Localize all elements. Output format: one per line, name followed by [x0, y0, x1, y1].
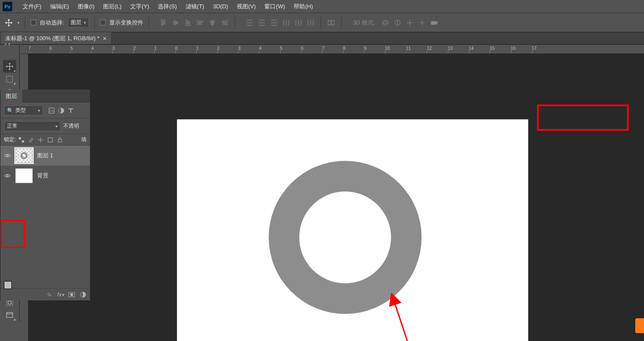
menu-window[interactable]: 窗口(W): [260, 0, 289, 13]
align-bottom-icon[interactable]: [183, 18, 193, 28]
layer-name[interactable]: 背景: [37, 172, 48, 180]
align-top-icon[interactable]: [159, 18, 168, 28]
ring-shape: [269, 161, 422, 314]
move-tool-icon[interactable]: [4, 18, 13, 27]
layer-fx-icon[interactable]: fx▾: [57, 291, 64, 298]
kind-filter-dropdown[interactable]: 🔍类型 ▾: [4, 105, 43, 115]
svg-rect-5: [431, 21, 436, 24]
layer-name[interactable]: 图层 1: [37, 152, 53, 160]
auto-align-icon[interactable]: [326, 18, 336, 28]
link-layers-icon[interactable]: [46, 291, 53, 298]
screen-mode-tool[interactable]: [3, 309, 16, 321]
show-transform-label: 显示变换控件: [109, 19, 143, 27]
lock-artboard-icon[interactable]: [47, 137, 53, 143]
svg-rect-13: [49, 108, 54, 113]
app-logo: Ps: [3, 2, 12, 11]
camera-icon[interactable]: [430, 19, 438, 27]
layer-mask-icon[interactable]: [68, 291, 75, 298]
lock-row: 锁定: 填: [0, 134, 90, 146]
filter-icons: [48, 108, 74, 114]
chevron-down-icon[interactable]: ▾: [17, 21, 20, 25]
chevron-down-icon: ▾: [38, 108, 40, 113]
panel-tabs: 图层: [0, 90, 90, 103]
svg-rect-1: [332, 21, 334, 25]
close-tab-icon[interactable]: ×: [103, 35, 106, 42]
roll-icon[interactable]: [394, 19, 402, 27]
blend-mode-value: 正常: [7, 122, 17, 130]
lock-pixel-icon[interactable]: [28, 137, 34, 143]
slide-icon[interactable]: [418, 19, 426, 27]
menu-help[interactable]: 帮助(H): [289, 0, 317, 13]
marquee-tool[interactable]: [3, 73, 16, 85]
svg-point-2: [383, 20, 388, 25]
layer-thumb[interactable]: [15, 168, 33, 183]
layers-tab[interactable]: 图层: [0, 90, 22, 103]
menu-bar: Ps 文件(F) 编辑(E) 图像(I) 图层(L) 文字(Y) 选择(S) 滤…: [0, 0, 644, 13]
visibility-toggle[interactable]: [4, 152, 11, 159]
document-canvas[interactable]: [177, 119, 528, 341]
menu-type[interactable]: 文字(Y): [126, 0, 153, 13]
distribute-bottom-icon[interactable]: [269, 18, 279, 28]
distribute-hcenter-icon[interactable]: [294, 18, 303, 28]
notification-badge[interactable]: [635, 318, 644, 333]
divider: [341, 17, 342, 29]
filter-type-icon[interactable]: [68, 108, 74, 114]
svg-rect-0: [328, 21, 331, 25]
move-tool[interactable]: [3, 60, 16, 73]
document-tab[interactable]: 未标题-1 @ 100% (图层 1, RGB/8#) * ×: [1, 32, 111, 44]
align-group-1: [159, 18, 229, 28]
distribute-vcenter-icon[interactable]: [257, 18, 267, 28]
svg-rect-18: [58, 139, 62, 142]
auto-select-dropdown[interactable]: 图层 ▾: [68, 17, 89, 28]
svg-point-22: [70, 293, 73, 296]
adjustment-layer-icon[interactable]: [80, 291, 87, 298]
svg-point-20: [7, 175, 8, 177]
search-icon: 🔍: [7, 108, 14, 114]
menu-filter[interactable]: 滤镜(T): [181, 0, 209, 13]
visibility-toggle[interactable]: [4, 172, 11, 179]
lock-pos-icon[interactable]: [38, 137, 44, 143]
filter-adjust-icon[interactable]: [58, 108, 64, 114]
divider: [149, 17, 149, 29]
menu-file[interactable]: 文件(F): [18, 0, 46, 13]
layer-item-1[interactable]: 图层 1: [0, 146, 90, 166]
blend-row: 正常 ▾ 不透明: [0, 118, 90, 134]
canvas-area: 765432101234567891011121314151617: [20, 45, 644, 341]
svg-point-10: [8, 301, 11, 304]
svg-rect-16: [22, 140, 24, 143]
pan-icon[interactable]: [406, 19, 414, 27]
layers-panel-footer: fx▾: [0, 288, 90, 300]
horizontal-ruler[interactable]: 765432101234567891011121314151617: [28, 45, 644, 54]
lock-all-icon[interactable]: [57, 137, 63, 143]
menu-edit[interactable]: 编辑(E): [46, 0, 73, 13]
layer-thumb[interactable]: [15, 148, 33, 163]
menu-layer[interactable]: 图层(L): [99, 0, 126, 13]
svg-rect-15: [19, 137, 21, 139]
lock-label: 锁定:: [4, 136, 16, 143]
show-transform-checkbox[interactable]: [100, 20, 106, 25]
align-right-icon[interactable]: [220, 18, 229, 28]
auto-select-value: 图层: [71, 19, 81, 26]
blend-mode-dropdown[interactable]: 正常 ▾: [4, 121, 61, 131]
foreground-color[interactable]: [4, 281, 12, 289]
distribute-right-icon[interactable]: [306, 18, 315, 28]
layer-filter-row: 🔍类型 ▾: [0, 103, 90, 118]
svg-rect-17: [48, 138, 52, 142]
menu-3d[interactable]: 3D(D): [208, 0, 232, 13]
3d-mode-icons: [381, 19, 438, 27]
layers-panel: 图层 🔍类型 ▾ 正常 ▾ 不透明 锁定: 填: [0, 90, 90, 300]
align-vcenter-icon[interactable]: [171, 18, 180, 28]
auto-select-checkbox[interactable]: [31, 20, 36, 25]
align-hcenter-icon[interactable]: [208, 18, 217, 28]
menu-image[interactable]: 图像(I): [73, 0, 99, 13]
lock-trans-icon[interactable]: [18, 137, 24, 143]
menu-view[interactable]: 视图(V): [232, 0, 260, 13]
layer-item-bg[interactable]: 背景: [0, 166, 90, 186]
distribute-left-icon[interactable]: [281, 18, 291, 28]
orbit-icon[interactable]: [381, 19, 389, 27]
filter-pixel-icon[interactable]: [48, 108, 55, 114]
align-left-icon[interactable]: [195, 18, 205, 28]
options-bar: ▾ 自动选择: 图层 ▾ 显示变换控件 3D 模式:: [0, 13, 644, 32]
distribute-top-icon[interactable]: [245, 18, 254, 28]
menu-select[interactable]: 选择(S): [153, 0, 181, 13]
